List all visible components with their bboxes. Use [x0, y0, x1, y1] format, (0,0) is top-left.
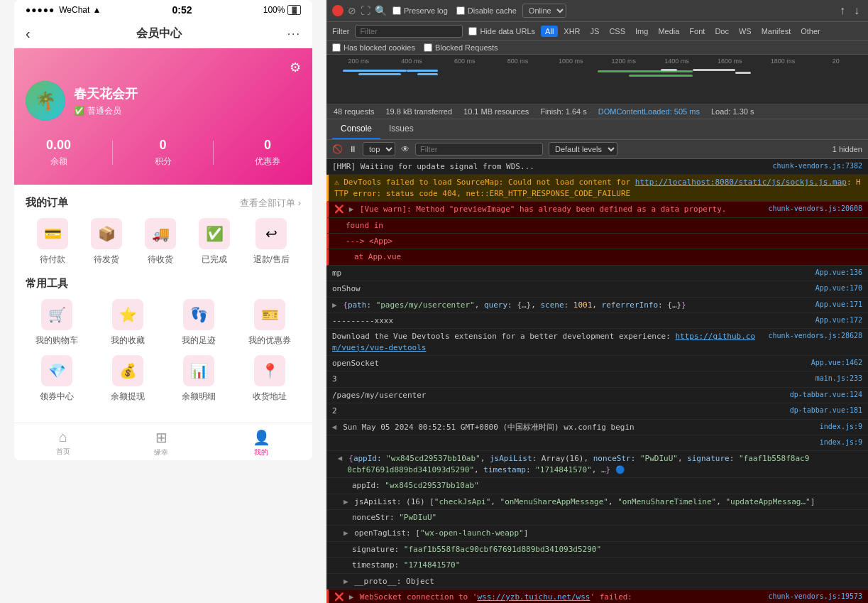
path-source[interactable]: App.vue:171: [815, 300, 862, 310]
battery-icon: ▓: [287, 5, 301, 15]
more-button[interactable]: ···: [287, 28, 301, 40]
tool-history[interactable]: 👣 我的足迹: [167, 299, 230, 347]
search-icon[interactable]: 🔍: [375, 5, 387, 16]
export-button[interactable]: ↑: [837, 3, 848, 18]
tool-withdraw[interactable]: 💰 余额提现: [97, 355, 159, 403]
stat-balance: 0.00 余额: [46, 138, 71, 168]
eye-button[interactable]: 👁: [401, 144, 410, 154]
filter-icon[interactable]: ⛶: [361, 5, 370, 16]
console-line-onshow: onShow App.vue:170: [326, 281, 868, 297]
order-pending-ship[interactable]: 📦 待发货: [91, 218, 122, 266]
expand-websocket[interactable]: ▶: [349, 592, 354, 602]
expand-wxconfig-begin[interactable]: ▼: [332, 425, 340, 430]
filter-tab-all[interactable]: All: [541, 26, 558, 37]
status-bar: ●●●●● WeChat ▲ 0:52 100% ▓: [14, 0, 312, 20]
vue-warn-source[interactable]: chunk-vendors.js:20608: [769, 204, 862, 214]
filter-tab-css[interactable]: CSS: [605, 26, 630, 37]
hmr-source[interactable]: chunk-vendors.js:7382: [773, 161, 862, 171]
hide-data-urls-checkbox[interactable]: Hide data URLs: [468, 27, 535, 36]
tool-coupon-center[interactable]: 💎 领券中心: [26, 355, 88, 403]
onshow-source[interactable]: App.vue:170: [815, 283, 862, 293]
filter-tab-other[interactable]: Other: [796, 26, 825, 37]
expand-appid[interactable]: ▼: [338, 457, 346, 462]
filter-tab-xhr[interactable]: XHR: [559, 26, 584, 37]
tool-balance-detail[interactable]: 📊 余额明细: [167, 355, 230, 403]
filter-tab-manifest[interactable]: Manifest: [757, 26, 796, 37]
expand-arrow-path[interactable]: ▶: [332, 300, 337, 310]
cart-label: 我的购物车: [35, 335, 78, 347]
console-line-found-in: found in: [326, 218, 868, 234]
filter-tab-media[interactable]: Media: [654, 26, 683, 37]
back-button[interactable]: ‹: [26, 26, 31, 42]
preserve-log-checkbox[interactable]: Preserve log: [392, 6, 448, 15]
filter-tab-js[interactable]: JS: [586, 26, 604, 37]
order-complete[interactable]: ✅ 已完成: [199, 218, 230, 266]
filter-tab-font[interactable]: Font: [685, 26, 709, 37]
pause-button[interactable]: ⏸: [348, 144, 357, 154]
filter-tab-ws[interactable]: WS: [735, 26, 756, 37]
orders-title: 我的订单: [26, 196, 68, 210]
pages-source[interactable]: dp-tabbar.vue:124: [790, 390, 862, 400]
console-output[interactable]: [HMR] Waiting for update signal from WDS…: [326, 159, 868, 603]
import-button[interactable]: ↓: [851, 3, 862, 18]
tab-console[interactable]: Console: [332, 119, 380, 139]
nav-yuanxing[interactable]: ⊞ 缘幸: [154, 429, 168, 457]
context-select[interactable]: top: [363, 142, 395, 156]
ban-icon[interactable]: ⊘: [348, 5, 356, 16]
vue-devtools-link[interactable]: https://github.com/vuejs/vue-devtools: [332, 332, 755, 352]
nav-home[interactable]: ⌂ 首页: [56, 429, 70, 457]
filter-tab-img[interactable]: Img: [631, 26, 652, 37]
nav-bar: ‹ 会员中心 ···: [14, 20, 312, 48]
console-line-proto: ▶ __proto__: Object: [326, 574, 868, 590]
mp-source[interactable]: App.vue:136: [815, 268, 862, 278]
expand-proto[interactable]: ▶: [344, 577, 348, 586]
order-refund[interactable]: ↩ 退款/售后: [253, 218, 290, 266]
expand-jsapilist[interactable]: ▶: [344, 497, 348, 506]
yuanxing-label: 缘幸: [154, 447, 168, 457]
tool-cart[interactable]: 🛒 我的购物车: [26, 299, 88, 347]
hide-data-urls-input[interactable]: [468, 27, 477, 36]
wss-link[interactable]: wss://yzb.tuichu.net/wss: [477, 592, 590, 602]
console-filter-input[interactable]: [415, 143, 543, 156]
orders-link[interactable]: 查看全部订单 ›: [240, 197, 301, 210]
opensocket-source[interactable]: App.vue:1462: [811, 358, 862, 368]
blocked-cookies-input[interactable]: [332, 43, 341, 52]
wxconfig-begin-source[interactable]: index.js:9: [820, 422, 862, 432]
stop-icon[interactable]: [332, 5, 344, 16]
tool-address[interactable]: 📍 收货地址: [238, 355, 301, 403]
clear-console-button[interactable]: 🚫: [332, 144, 343, 154]
tl-1600: 1600 ms: [703, 58, 757, 65]
network-stats: 48 requests 19.8 kB transferred 10.1 MB …: [326, 104, 868, 119]
blocked-cookies-checkbox[interactable]: Has blocked cookies: [332, 43, 415, 52]
network-timeline: 200 ms 400 ms 600 ms 800 ms 1000 ms 1200…: [326, 55, 868, 104]
disable-cache-input[interactable]: [456, 6, 465, 15]
websocket-source[interactable]: chunk-vendors.js:19573: [769, 592, 862, 602]
preserve-log-input[interactable]: [392, 6, 401, 15]
filter-tab-doc[interactable]: Doc: [710, 26, 733, 37]
xxxx-source[interactable]: App.vue:172: [815, 315, 862, 325]
nav-mine[interactable]: 👤 我的: [253, 429, 270, 457]
disable-cache-checkbox[interactable]: Disable cache: [456, 6, 517, 15]
order-pending-pay[interactable]: 💳 待付款: [37, 218, 68, 266]
three-source[interactable]: main.js:233: [815, 374, 862, 384]
tool-favorites[interactable]: ⭐ 我的收藏: [97, 299, 159, 347]
expand-opentaglist[interactable]: ▶: [344, 528, 348, 538]
balance-label: 余额: [50, 156, 67, 168]
timeline-area: [332, 66, 862, 101]
console-line-websocket: ❌ ▶ WebSocket connection to 'wss://yzb.t…: [326, 590, 868, 603]
order-pending-receive[interactable]: 🚚 待收货: [145, 218, 176, 266]
blocked-requests-checkbox[interactable]: Blocked Requests: [424, 43, 498, 52]
expand-arrow-vue[interactable]: ▶: [349, 205, 354, 214]
blocked-requests-input[interactable]: [424, 43, 432, 52]
blank-source[interactable]: index.js:9: [820, 438, 862, 447]
tab-issues[interactable]: Issues: [380, 119, 422, 139]
settings-icon[interactable]: ⚙: [290, 60, 301, 75]
levels-select[interactable]: Default levels: [549, 142, 617, 156]
devtools-source[interactable]: chunk-vendors.js:28628: [769, 331, 862, 341]
tool-coupons[interactable]: 🎫 我的优惠券: [238, 299, 301, 347]
filter-input[interactable]: [355, 25, 463, 38]
sourcemap-link[interactable]: http://localhost:8080/static/js/sockjs.j…: [635, 178, 847, 187]
throttling-select[interactable]: Online: [522, 4, 566, 18]
orders-header: 我的订单 查看全部订单 ›: [26, 196, 301, 210]
two-source[interactable]: dp-tabbar.vue:181: [790, 406, 862, 415]
